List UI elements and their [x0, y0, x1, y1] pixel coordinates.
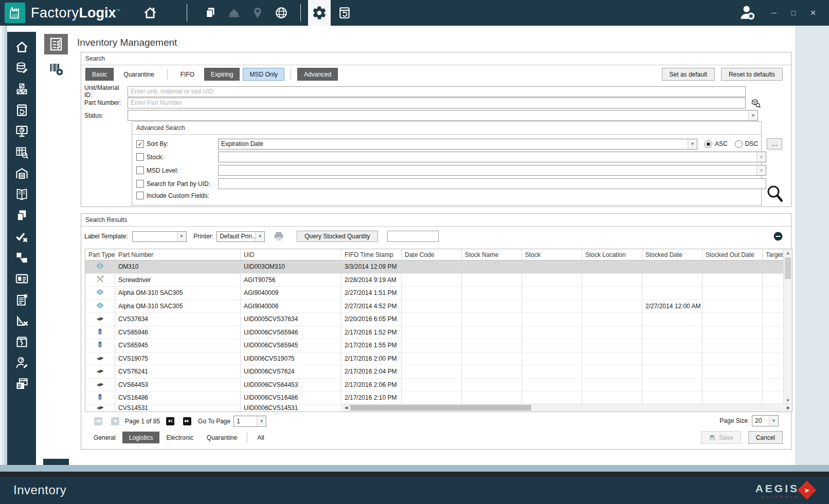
chevron-down-icon[interactable]: ▼	[257, 416, 266, 426]
scroll-down-icon[interactable]: ▼	[784, 397, 792, 404]
stock-select[interactable]: ▼	[218, 152, 766, 162]
category-tab-electronic[interactable]: Electronic	[159, 432, 200, 443]
sidebar-item-id-card[interactable]	[14, 271, 29, 286]
chevron-down-icon[interactable]: ▼	[769, 416, 778, 426]
hard-hat-icon[interactable]	[226, 5, 242, 21]
label-template-select[interactable]: ▼	[132, 231, 187, 242]
sidebar-item-warehouse[interactable]	[14, 165, 29, 181]
vertical-scrollbar[interactable]: ▲ ▼	[783, 249, 792, 412]
rail-item-checklist[interactable]	[44, 34, 68, 54]
column-header-fifo-time-stamp[interactable]: FIFO Time Stamp	[341, 249, 402, 260]
sort-by-select[interactable]: Expiration Date▼	[218, 139, 697, 150]
next-page-button[interactable]	[166, 417, 174, 425]
msd-level-select[interactable]: ▼	[218, 165, 766, 176]
asc-radio[interactable]	[705, 140, 712, 148]
table-row[interactable]: Alpha OM-310 SAC305AGI90400092/27/2014 1…	[85, 287, 784, 300]
chevron-down-icon[interactable]: ▼	[255, 232, 264, 241]
category-tab-all[interactable]: All	[250, 432, 271, 443]
sidebar-item-monitor-chart[interactable]	[14, 123, 29, 139]
dsc-radio[interactable]	[735, 140, 743, 148]
close-button[interactable]: ✕	[805, 5, 821, 21]
sidebar-item-boxes[interactable]	[14, 81, 29, 97]
column-header-stock[interactable]: Stock	[522, 249, 582, 260]
stocked-quantity-input[interactable]	[387, 231, 439, 242]
sidebar-item-table-search[interactable]	[14, 144, 29, 160]
table-row[interactable]: CVS64453UID0006CVS644532/17/2016 2:06 PM	[85, 379, 784, 392]
horizontal-scrollbar-thumb[interactable]	[350, 405, 531, 410]
globe-icon[interactable]	[274, 5, 289, 21]
search-tab-advanced[interactable]: Advanced	[297, 68, 338, 81]
column-header-stocked-date[interactable]: Stocked Date	[642, 249, 702, 260]
go-to-page-select[interactable]: 1▼	[233, 416, 266, 427]
search-part-by-uid-input[interactable]	[218, 178, 766, 189]
scroll-up-icon[interactable]: ▲	[784, 249, 792, 257]
location-pin-icon[interactable]	[250, 5, 265, 21]
msd-level-checkbox[interactable]	[136, 166, 144, 174]
refresh-box-icon[interactable]	[337, 5, 352, 21]
minimize-button[interactable]: ─	[766, 5, 782, 21]
maximize-button[interactable]: □	[786, 5, 801, 21]
table-row[interactable]: CVS37634UID0005CVS376342/20/2016 6:05 PM	[85, 313, 784, 326]
table-row[interactable]: CVS65946UID0006CVS659462/17/2016 1:52 PM	[85, 326, 784, 340]
search-part-by-uid-checkbox[interactable]	[136, 180, 144, 188]
scroll-right-icon[interactable]: ▶	[785, 404, 792, 411]
search-tab-msd-only[interactable]: MSD Only	[243, 68, 284, 81]
scroll-left-icon[interactable]: ◀	[343, 404, 350, 411]
category-tab-general[interactable]: General	[87, 432, 122, 443]
chevron-down-icon[interactable]: ▼	[177, 232, 186, 241]
part-lookup-icon[interactable]	[750, 97, 761, 108]
column-header-stock-name[interactable]: Stock Name	[462, 249, 522, 260]
column-header-stocked-out-date[interactable]: Stocked Out Date	[702, 249, 763, 260]
print-icon[interactable]	[273, 231, 284, 242]
sidebar-item-app-windows[interactable]	[14, 376, 29, 391]
sidebar-item-home[interactable]	[14, 39, 29, 54]
search-tab-basic[interactable]: Basic	[85, 68, 114, 81]
category-tab-logistics[interactable]: Logistics	[122, 432, 160, 443]
part-number-input[interactable]	[128, 98, 746, 108]
column-header-uid[interactable]: UID	[241, 249, 341, 260]
chevron-down-icon[interactable]: ▼	[688, 139, 697, 149]
horizontal-scrollbar[interactable]: ◀ ▶	[343, 404, 792, 412]
sidebar-item-ruler-x[interactable]	[14, 313, 29, 328]
search-icon[interactable]	[765, 184, 784, 204]
table-row[interactable]: ScrewdriverAGIT907562/28/2014 9:19 AM	[85, 274, 784, 287]
chevron-down-icon[interactable]: ▼	[756, 165, 766, 175]
category-tab-quarantine[interactable]: Quarantine	[200, 432, 244, 443]
column-header-date-code[interactable]: Date Code	[402, 249, 462, 260]
table-row[interactable]: CVS19075UID006CVS190752/17/2016 2:00 PM	[85, 352, 784, 366]
sidebar-item-open-book[interactable]	[14, 186, 29, 202]
query-stocked-quantity-button[interactable]: Query Stocked Quantity	[297, 231, 377, 242]
reset-to-defaults-button[interactable]: Reset to defaults	[721, 68, 783, 81]
table-row[interactable]: OM310UID003OM3103/3/2014 12:09 PM	[85, 260, 784, 274]
sort-by-checkbox[interactable]: ✓	[136, 140, 144, 148]
table-row[interactable]: Alpha OM-310 SAC305AGI90400062/27/2014 4…	[85, 300, 784, 313]
set-as-default-button[interactable]: Set as default	[662, 68, 715, 81]
column-header-stock-location[interactable]: Stock Location	[582, 249, 642, 260]
sidebar-item-transfer[interactable]	[14, 250, 29, 265]
table-row[interactable]: CVS65945UID0006CVS659452/17/2016 1:55 PM	[85, 339, 784, 352]
column-header-target[interactable]: Target	[763, 249, 784, 260]
column-header-part-type[interactable]: Part Type	[85, 249, 115, 260]
search-tab-quarantine[interactable]: Quarantine	[117, 68, 160, 81]
sidebar-item-package-broken[interactable]	[14, 334, 29, 349]
user-logout-icon[interactable]	[738, 4, 757, 22]
column-header-part-number[interactable]: Part Number	[115, 249, 241, 260]
rail-item-barcode-add[interactable]	[44, 59, 68, 79]
table-row[interactable]: CVS76241UID0006CVS76242/17/2016 2:04 PM	[85, 365, 784, 379]
page-size-select[interactable]: 20▼	[752, 415, 779, 426]
unit-material-id-input[interactable]	[128, 86, 746, 97]
last-page-button[interactable]	[183, 417, 191, 425]
sidebar-item-list-x[interactable]	[14, 292, 29, 307]
table-row[interactable]: CVS16486UID0006CVS164862/17/2016 2:10 PM	[85, 391, 784, 405]
printer-select[interactable]: Default Prin...▼	[217, 231, 265, 242]
cancel-button[interactable]: Cancel	[748, 431, 783, 444]
gear-icon[interactable]	[308, 0, 331, 26]
sidebar-item-database-edit[interactable]	[14, 60, 29, 76]
collapse-minus-icon[interactable]	[773, 232, 783, 241]
include-custom-fields-checkbox[interactable]	[136, 192, 144, 199]
sidebar-item-check-x[interactable]	[14, 229, 29, 244]
sidebar-item-person-question[interactable]: ?	[14, 355, 29, 370]
stock-checkbox[interactable]	[136, 153, 144, 161]
home-icon[interactable]	[142, 5, 158, 21]
sidebar-item-book-refresh[interactable]	[14, 102, 29, 118]
